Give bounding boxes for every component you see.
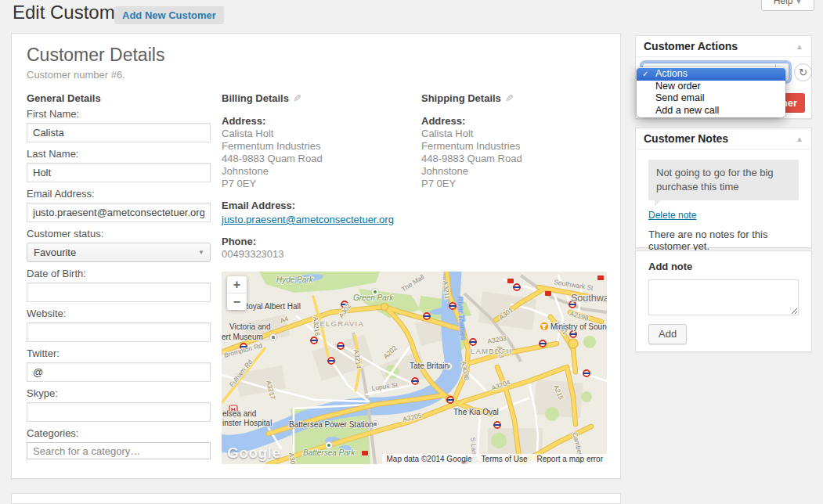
customer-actions-title: Customer Actions: [644, 40, 738, 52]
shipping-address-label: Address:: [421, 115, 609, 128]
chevron-down-icon: ▼: [795, 0, 802, 5]
shipping-address-line: Fermentum Industries: [421, 140, 609, 153]
menu-item-actions[interactable]: ✓Actions: [637, 68, 785, 81]
dob-label: Date of Birth:: [27, 268, 211, 280]
map-label: Ministry of Soun: [550, 322, 607, 331]
zoom-out-button[interactable]: −: [227, 293, 247, 310]
menu-item-add-call[interactable]: Add a new call: [637, 105, 785, 117]
shipping-address-line: Calista Holt: [421, 128, 609, 140]
refresh-icon: ↻: [799, 67, 807, 78]
billing-address-line: P7 0EY: [222, 178, 413, 190]
map-canvas: T H Hyde Park Green Park The Mall Royal …: [222, 272, 607, 464]
next-metabox-panel: [11, 493, 621, 504]
general-details-heading: General Details: [27, 92, 211, 105]
customer-details-panel: Customer Details Customer number #6. Gen…: [11, 33, 621, 479]
website-label: Website:: [27, 308, 211, 320]
billing-phone-label: Phone:: [222, 236, 413, 248]
map-label: The Kia Oval: [453, 408, 499, 416]
shipping-address-line: 448-9883 Quam Road: [421, 153, 609, 165]
map-label: Tate Britain: [410, 362, 449, 370]
billing-address-line: 448-9883 Quam Road: [222, 153, 413, 165]
actions-dropdown-menu: ✓Actions New order Send email Add a new …: [637, 67, 785, 117]
map-attribution: Map data ©2014 Google Terms of Use Repor…: [382, 454, 607, 464]
menu-item-new-order[interactable]: New order: [637, 81, 785, 93]
svg-text:T: T: [543, 324, 547, 329]
map-label: Battersea Power Station: [289, 420, 374, 429]
skype-input[interactable]: [27, 402, 211, 422]
billing-email-label: Email Address:: [222, 200, 413, 212]
last-name-input[interactable]: [27, 163, 211, 182]
google-logo[interactable]: Google: [227, 445, 280, 462]
select-caret-icon: ▼: [198, 243, 204, 261]
add-note-button[interactable]: Add: [648, 324, 687, 344]
customer-notes-title: Customer Notes: [644, 132, 728, 145]
check-icon: ✓: [642, 68, 648, 81]
twitter-input[interactable]: [27, 362, 211, 382]
map-label: elsea and: [222, 409, 256, 418]
last-name-label: Last Name:: [27, 148, 211, 160]
skype-label: Skype:: [27, 387, 211, 400]
first-name-label: First Name:: [27, 108, 211, 121]
billing-phone-value: 00493323013: [222, 248, 413, 261]
shipping-address-line: P7 0EY: [421, 178, 609, 190]
note-textarea[interactable]: [648, 279, 799, 315]
map-label: Royal Albert Hall: [243, 302, 301, 311]
map-label: Green Park: [353, 293, 394, 302]
add-new-customer-button[interactable]: Add New Customer: [114, 6, 224, 24]
map-label: inster Hospital: [222, 419, 272, 427]
dob-input[interactable]: [27, 283, 211, 302]
shipping-details-column: Shipping Details✎ Address: Calista Holt …: [421, 92, 609, 190]
panel-toggle-icon[interactable]: ▲: [796, 36, 803, 57]
no-notes-text: There are no notes for this customer yet…: [648, 229, 799, 252]
map-label: Southwa: [571, 293, 607, 304]
general-details-column: General Details First Name: Last Name: E…: [27, 92, 211, 465]
billing-details-column: Billing Details✎ Address: Calista Holt F…: [222, 92, 413, 261]
email-input[interactable]: [27, 203, 211, 222]
map-data-credit: Map data ©2014 Google: [386, 455, 471, 463]
page: Edit Customer Add New Customer Help▼ Cus…: [0, 0, 823, 504]
customer-number: Customer number #6.: [27, 69, 125, 81]
billing-address-line: Calista Holt: [222, 128, 413, 140]
museum-icon: [270, 334, 277, 341]
help-button[interactable]: Help▼: [761, 0, 814, 11]
email-label: Email Address:: [27, 188, 211, 200]
website-input[interactable]: [27, 322, 211, 342]
map-label: Hyde Park: [276, 275, 314, 284]
map-label: Battersea Park: [303, 448, 356, 457]
edit-pencil-icon[interactable]: ✎: [505, 92, 514, 104]
customer-notes-panel: Customer Notes▲ Not going to go for the …: [635, 128, 812, 248]
customer-status-select[interactable]: Favourite▼: [27, 243, 211, 262]
edit-pencil-icon[interactable]: ✎: [293, 92, 301, 104]
panel-title: Customer Details: [27, 45, 164, 66]
categories-label: Categories:: [27, 427, 211, 440]
delete-note-link[interactable]: Delete note: [648, 210, 696, 221]
zoom-in-button[interactable]: +: [227, 276, 247, 293]
google-map[interactable]: T H Hyde Park Green Park The Mall Royal …: [222, 272, 607, 464]
ministry-of-sound-icon: T: [540, 322, 548, 330]
shipping-address-line: Johnstone: [421, 165, 609, 178]
first-name-input[interactable]: [27, 123, 211, 142]
map-zoom-control: + −: [227, 276, 247, 310]
billing-email-link[interactable]: justo.praesent@ametconsectetuer.org: [222, 214, 394, 226]
map-label: LAMBETH: [471, 347, 512, 355]
status-label: Customer status:: [27, 228, 211, 240]
billing-address-line: Fermentum Industries: [222, 140, 413, 153]
shipping-heading: Shipping Details: [421, 92, 501, 104]
menu-item-send-email[interactable]: Send email: [637, 92, 785, 105]
panel-toggle-icon[interactable]: ▲: [796, 128, 803, 149]
add-note-heading: Add note: [636, 251, 811, 272]
report-map-error-link[interactable]: Report a map error: [537, 455, 603, 463]
billing-address-label: Address:: [222, 115, 413, 128]
map-label: BELGRAVIA: [314, 319, 364, 328]
map-label: ert Museum: [222, 333, 263, 341]
map-label: Victoria and: [229, 322, 271, 331]
billing-heading: Billing Details: [222, 92, 289, 104]
terms-of-use-link[interactable]: Terms of Use: [482, 455, 528, 463]
category-search-input[interactable]: [27, 442, 211, 459]
billing-address-line: Johnstone: [222, 165, 413, 178]
customer-note: Not going to go for the big purchase thi…: [648, 160, 799, 200]
refresh-button[interactable]: ↻: [794, 63, 812, 81]
twitter-label: Twitter:: [27, 347, 211, 360]
add-note-panel: Add note Add: [635, 250, 812, 352]
